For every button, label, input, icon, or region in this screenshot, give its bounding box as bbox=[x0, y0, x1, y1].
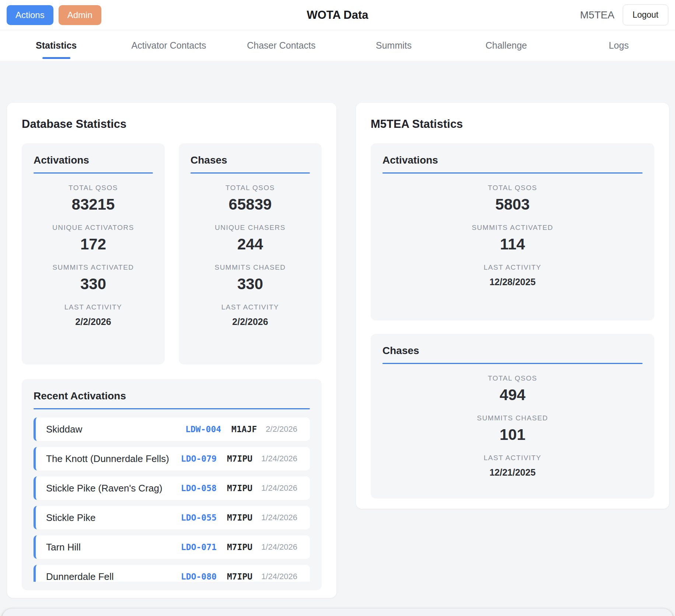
activator-callsign: M1AJF bbox=[231, 424, 257, 434]
summit-code-link[interactable]: LDO-058 bbox=[181, 483, 217, 493]
stat-value: 330 bbox=[34, 275, 153, 293]
card-title-underline bbox=[190, 172, 310, 174]
user-chases-card-title: Chases bbox=[382, 345, 643, 357]
page: Actions Admin WOTA Data M5TEA Logout Sta… bbox=[0, 0, 675, 616]
summit-name: Tarn Hill bbox=[46, 542, 181, 553]
tab-chaser-contacts[interactable]: Chaser Contacts bbox=[225, 30, 338, 61]
stat-last-activity: LAST ACTIVITY 2/2/2026 bbox=[190, 303, 310, 327]
app-header: Actions Admin WOTA Data M5TEA Logout bbox=[0, 0, 675, 30]
summit-code-link[interactable]: LDO-079 bbox=[181, 454, 217, 463]
activation-date: 1/24/2026 bbox=[261, 542, 297, 552]
tab-label: Activator Contacts bbox=[132, 40, 206, 51]
user-statistics-panel: M5TEA Statistics Activations TOTAL QSOS … bbox=[356, 103, 669, 509]
activator-callsign: M7IPU bbox=[227, 483, 252, 493]
content-area: Database Statistics Activations TOTAL QS… bbox=[0, 61, 675, 598]
actions-button[interactable]: Actions bbox=[7, 5, 53, 25]
stat-summits-activated: SUMMITS ACTIVATED 114 bbox=[382, 224, 643, 253]
main-nav: Statistics Activator Contacts Chaser Con… bbox=[0, 30, 675, 61]
stat-value: 83215 bbox=[34, 196, 153, 213]
stat-label: TOTAL QSOS bbox=[382, 184, 643, 192]
stat-total-qsos: TOTAL QSOS 65839 bbox=[190, 184, 310, 213]
stat-value: 244 bbox=[190, 235, 310, 253]
db-chases-card-title: Chases bbox=[190, 154, 310, 166]
stat-value: 330 bbox=[190, 275, 310, 293]
recent-activations-card: Recent Activations Skiddaw LDW-004 M1AJF… bbox=[22, 379, 322, 590]
tab-label: Logs bbox=[609, 40, 629, 51]
card-title-underline bbox=[34, 172, 153, 174]
summit-name: Stickle Pike (Raven's Crag) bbox=[46, 483, 181, 494]
stat-value: 2/2/2026 bbox=[34, 316, 153, 327]
tab-label: Summits bbox=[376, 40, 412, 51]
user-activations-card-title: Activations bbox=[382, 154, 643, 166]
summit-name: Skiddaw bbox=[46, 424, 185, 435]
user-activations-card: Activations TOTAL QSOS 5803 SUMMITS ACTI… bbox=[371, 143, 654, 321]
recent-activations-title: Recent Activations bbox=[34, 390, 310, 402]
activation-date: 1/24/2026 bbox=[261, 513, 297, 522]
stat-label: SUMMITS ACTIVATED bbox=[34, 263, 153, 272]
summit-code-link[interactable]: LDO-055 bbox=[181, 513, 217, 522]
tab-summits[interactable]: Summits bbox=[338, 30, 450, 61]
tab-logs[interactable]: Logs bbox=[563, 30, 675, 61]
stat-value: 2/2/2026 bbox=[190, 316, 310, 327]
database-statistics-title: Database Statistics bbox=[22, 118, 322, 131]
recent-activations-list: Skiddaw LDW-004 M1AJF 2/2/2026 The Knott… bbox=[34, 417, 310, 582]
stat-value: 172 bbox=[34, 235, 153, 253]
activation-date: 2/2/2026 bbox=[266, 424, 297, 434]
stat-value: 65839 bbox=[190, 196, 310, 213]
stat-summits-chased: SUMMITS CHASED 101 bbox=[382, 414, 643, 444]
stat-label: SUMMITS CHASED bbox=[190, 263, 310, 272]
db-activations-card-title: Activations bbox=[34, 154, 153, 166]
activation-row[interactable]: The Knott (Dunnerdale Fells) LDO-079 M7I… bbox=[34, 447, 310, 470]
stat-unique-chasers: UNIQUE CHASERS 244 bbox=[190, 224, 310, 253]
tab-statistics[interactable]: Statistics bbox=[0, 30, 112, 61]
stat-label: LAST ACTIVITY bbox=[382, 454, 643, 462]
stat-value: 12/21/2025 bbox=[382, 467, 643, 478]
activation-row[interactable]: Skiddaw LDW-004 M1AJF 2/2/2026 bbox=[34, 417, 310, 441]
database-statistics-panel: Database Statistics Activations TOTAL QS… bbox=[7, 103, 336, 598]
stat-value: 101 bbox=[382, 426, 643, 444]
stat-total-qsos: TOTAL QSOS 494 bbox=[382, 374, 643, 404]
admin-button[interactable]: Admin bbox=[59, 5, 101, 25]
stat-label: UNIQUE ACTIVATORS bbox=[34, 224, 153, 232]
activator-callsign: M7IPU bbox=[227, 454, 252, 463]
stat-value: 494 bbox=[382, 386, 643, 404]
stat-label: SUMMITS ACTIVATED bbox=[382, 224, 643, 232]
summit-code-link[interactable]: LDO-080 bbox=[181, 572, 217, 581]
activation-date: 1/24/2026 bbox=[261, 454, 297, 463]
summit-code-link[interactable]: LDW-004 bbox=[185, 424, 221, 434]
stat-label: LAST ACTIVITY bbox=[34, 303, 153, 311]
stat-label: LAST ACTIVITY bbox=[190, 303, 310, 311]
tab-label: Chaser Contacts bbox=[247, 40, 315, 51]
activation-row[interactable]: Stickle Pike (Raven's Crag) LDO-058 M7IP… bbox=[34, 476, 310, 500]
tab-label: Statistics bbox=[36, 40, 77, 51]
active-tab-underline bbox=[42, 57, 70, 59]
summit-name: Dunnerdale Fell bbox=[46, 571, 181, 582]
page-title: WOTA Data bbox=[0, 8, 675, 22]
activator-callsign: M7IPU bbox=[227, 513, 252, 522]
stat-summits-chased: SUMMITS CHASED 330 bbox=[190, 263, 310, 293]
stat-label: SUMMITS CHASED bbox=[382, 414, 643, 422]
activator-callsign: M7IPU bbox=[227, 542, 252, 552]
stat-last-activity: LAST ACTIVITY 12/28/2025 bbox=[382, 263, 643, 287]
tab-activator-contacts[interactable]: Activator Contacts bbox=[112, 30, 225, 61]
activation-row[interactable]: Tarn Hill LDO-071 M7IPU 1/24/2026 bbox=[34, 535, 310, 559]
db-activations-card: Activations TOTAL QSOS 83215 UNIQUE ACTI… bbox=[22, 143, 165, 364]
tab-label: Challenge bbox=[486, 40, 527, 51]
user-callsign: M5TEA bbox=[580, 9, 614, 21]
stat-last-activity: LAST ACTIVITY 12/21/2025 bbox=[382, 454, 643, 478]
summit-code-link[interactable]: LDO-071 bbox=[181, 542, 217, 552]
tab-challenge[interactable]: Challenge bbox=[450, 30, 562, 61]
stat-label: TOTAL QSOS bbox=[382, 374, 643, 382]
activation-row[interactable]: Stickle Pike LDO-055 M7IPU 1/24/2026 bbox=[34, 506, 310, 529]
summit-name: Stickle Pike bbox=[46, 512, 181, 524]
stat-value: 5803 bbox=[382, 196, 643, 213]
activation-date: 1/24/2026 bbox=[261, 483, 297, 493]
stat-total-qsos: TOTAL QSOS 5803 bbox=[382, 184, 643, 213]
activator-callsign: M7IPU bbox=[227, 572, 252, 581]
logout-button[interactable]: Logout bbox=[623, 4, 668, 25]
activation-row-clipped[interactable]: Dunnerdale Fell LDO-080 M7IPU 1/24/2026 bbox=[34, 565, 310, 582]
db-chases-card: Chases TOTAL QSOS 65839 UNIQUE CHASERS 2… bbox=[179, 143, 322, 364]
stat-value: 12/28/2025 bbox=[382, 277, 643, 287]
next-panel-edge bbox=[2, 609, 673, 616]
header-button-group: Actions Admin bbox=[7, 5, 101, 25]
